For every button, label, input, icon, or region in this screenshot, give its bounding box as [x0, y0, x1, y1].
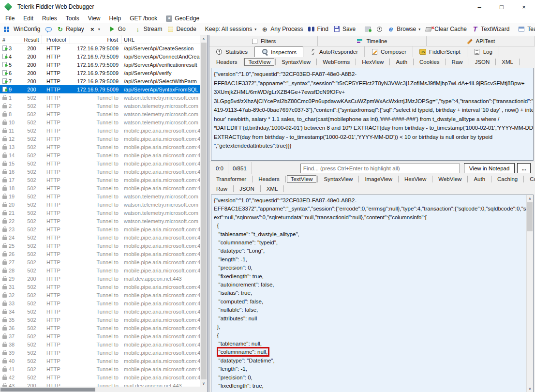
session-row[interactable]: 37502HTTPTunnel tomobile.pipe.aria.micro…: [0, 332, 200, 340]
more-options-button[interactable]: ...: [517, 163, 531, 173]
response-tab-caching[interactable]: Caching: [492, 175, 522, 183]
session-row[interactable]: 14502HTTPTunnel tomobile.pipe.aria.micro…: [0, 151, 200, 159]
response-tab-cookies[interactable]: Cookies: [525, 175, 535, 183]
tab-fiddlerscript[interactable]: FiddlerScript: [413, 46, 467, 57]
any-process-button[interactable]: ⊕Any Process: [259, 25, 305, 33]
response-vertical-scrollbar[interactable]: ∧ ∨: [526, 195, 533, 392]
menu-item-view[interactable]: View: [84, 14, 105, 23]
request-tab-auth[interactable]: Auth: [391, 58, 412, 66]
session-row[interactable]: 15502HTTPTunnel tomobile.pipe.aria.micro…: [0, 159, 200, 167]
session-row[interactable]: 22502HTTPTunnel towatson.telemetry.micro…: [0, 217, 200, 225]
response-body-text[interactable]: {"version":"1.0","requestid":"32CF03ED-F…: [211, 195, 533, 392]
textwizard-button[interactable]: TTextWizard: [469, 25, 512, 33]
response-tab-headers[interactable]: Headers: [253, 175, 284, 183]
tearoff-button[interactable]: Tearoff: [516, 25, 535, 33]
session-row[interactable]: 26502HTTPTunnel tomobile.pipe.aria.micro…: [0, 250, 200, 258]
session-row[interactable]: 18502HTTPTunnel tomobile.pipe.aria.micro…: [0, 184, 200, 192]
session-row[interactable]: 33502HTTPTunnel tomobile.pipe.aria.micro…: [0, 299, 200, 307]
maximize-button[interactable]: □: [490, 0, 513, 14]
menu-item-tools[interactable]: Tools: [61, 14, 84, 23]
session-row[interactable]: 5200HTTP172.16.9.79:5009/api/ServerApi/v…: [0, 60, 200, 69]
session-row[interactable]: 20502HTTPTunnel towatson.telemetry.micro…: [0, 200, 200, 209]
session-row[interactable]: 17502HTTPTunnel tomobile.pipe.aria.micro…: [0, 176, 200, 184]
tab-inspectors[interactable]: Inspectors: [254, 46, 303, 57]
session-row[interactable]: 28502HTTPTunnel tomobile.pipe.aria.micro…: [0, 266, 200, 274]
session-row[interactable]: 29200HTTPTunnel tomail.dev.appeon.net:44…: [0, 274, 200, 283]
session-row[interactable]: 13502HTTPTunnel tomobile.pipe.aria.micro…: [0, 143, 200, 151]
tab-composer[interactable]: Composer: [365, 46, 413, 57]
column-header-number[interactable]: #: [0, 35, 21, 44]
session-row[interactable]: 38502HTTPTunnel tomobile.pipe.aria.micro…: [0, 340, 200, 348]
session-row[interactable]: 10502HTTPTunnel towatson.telemetry.micro…: [0, 118, 200, 126]
decode-button[interactable]: Decode: [164, 25, 198, 33]
session-row[interactable]: 12502HTTPTunnel tomobile.pipe.aria.micro…: [0, 135, 200, 143]
column-header-result[interactable]: Result: [21, 35, 42, 44]
session-row[interactable]: 4200HTTP172.16.9.79:5009/api/ServerApi/C…: [0, 52, 200, 60]
replay-button[interactable]: ↻Replay: [54, 25, 86, 33]
session-row[interactable]: 27502HTTPTunnel tomobile.pipe.aria.micro…: [0, 258, 200, 266]
menu-item-file[interactable]: File: [1, 14, 19, 23]
keep-sessions-dropdown[interactable]: Keep: All sessions▾: [203, 25, 259, 33]
find-input[interactable]: [300, 164, 460, 173]
scroll-down-icon[interactable]: ∨: [200, 380, 207, 387]
session-row[interactable]: 24502HTTPTunnel tomobile.pipe.aria.micro…: [0, 233, 200, 241]
request-tab-syntaxview[interactable]: SyntaxView: [277, 58, 315, 66]
menu-item-rules[interactable]: Rules: [38, 14, 61, 23]
timer-button[interactable]: [373, 25, 385, 33]
minimize-button[interactable]: –: [468, 0, 490, 14]
tab-log[interactable]: Log: [467, 46, 499, 57]
session-row[interactable]: 9200HTTP172.16.9.79:5009/api/ServerApi/S…: [0, 85, 200, 93]
session-row[interactable]: 41502HTTPTunnel tomobile.pipe.aria.micro…: [0, 365, 200, 373]
dropdown-caret-icon[interactable]: ▾: [98, 27, 100, 31]
scrollbar-thumb[interactable]: [201, 43, 207, 379]
request-tab-headers[interactable]: Headers: [211, 58, 242, 66]
session-list-horizontal-scrollbar[interactable]: [0, 387, 200, 392]
session-row[interactable]: 19502HTTPTunnel towatson.telemetry.micro…: [0, 192, 200, 200]
scroll-down-icon[interactable]: ∨: [527, 385, 533, 392]
menu-item-edit[interactable]: Edit: [19, 14, 38, 23]
response-tab-transformer[interactable]: Transformer: [211, 175, 251, 183]
session-row[interactable]: 35502HTTPTunnel tomobile.pipe.aria.micro…: [0, 316, 200, 324]
menu-item-help[interactable]: Help: [105, 14, 126, 23]
session-row[interactable]: 40502HTTPTunnel tomobile.pipe.aria.micro…: [0, 357, 200, 365]
scrollbar-thumb[interactable]: [527, 202, 533, 231]
scroll-up-icon[interactable]: ∧: [527, 195, 533, 202]
session-row[interactable]: 1502HTTPTunnel towatson.telemetry.micros…: [0, 93, 200, 102]
dropdown-caret-icon[interactable]: ▾: [254, 27, 256, 31]
session-row[interactable]: 6200HTTP172.16.9.79:5009/api/ServerApi/v…: [0, 69, 200, 77]
request-tab-xml[interactable]: XML: [497, 58, 518, 66]
response-tab-xml[interactable]: XML: [262, 185, 283, 193]
response-tab-textview[interactable]: TextView: [287, 175, 317, 183]
menu-item-geoedge[interactable]: GeoEdge: [162, 14, 204, 23]
session-row[interactable]: 32502HTTPTunnel tomobile.pipe.aria.micro…: [0, 291, 200, 299]
comment-button[interactable]: [43, 25, 54, 33]
request-tab-hexview[interactable]: HexView: [357, 58, 388, 66]
session-row[interactable]: 8502HTTPTunnel towatson.telemetry.micros…: [0, 110, 200, 118]
request-tab-json[interactable]: JSON: [470, 58, 495, 66]
column-header-host[interactable]: Host: [70, 35, 121, 44]
response-tab-json[interactable]: JSON: [235, 185, 259, 193]
tab-autoresponder[interactable]: AutoResponder: [303, 46, 365, 57]
close-button[interactable]: ×: [513, 0, 535, 14]
tab-timeline[interactable]: Timeline: [318, 36, 426, 46]
session-row[interactable]: 43200HTTPTunnel tomail.dev.appeon.net:44…: [0, 381, 200, 387]
find-button[interactable]: Find: [306, 25, 331, 33]
session-row[interactable]: 2502HTTPTunnel towatson.telemetry.micros…: [0, 102, 200, 110]
clear-cache-button[interactable]: Clear Cache: [423, 25, 469, 33]
session-row[interactable]: 36502HTTPTunnel tomobile.pipe.aria.micro…: [0, 324, 200, 332]
session-row[interactable]: 11502HTTPTunnel tomobile.pipe.aria.micro…: [0, 126, 200, 135]
response-tab-syntaxview[interactable]: SyntaxView: [319, 175, 357, 183]
session-row[interactable]: 25502HTTPTunnel tomobile.pipe.aria.micro…: [0, 241, 200, 250]
request-tab-textview[interactable]: TextView: [244, 58, 274, 66]
scroll-up-icon[interactable]: ∧: [200, 35, 207, 42]
request-tab-webforms[interactable]: WebForms: [318, 58, 355, 66]
column-header-protocol[interactable]: Protocol: [42, 35, 70, 44]
browse-button[interactable]: eBrowse▾: [385, 25, 423, 33]
response-tab-hexview[interactable]: HexView: [400, 175, 431, 183]
response-tab-webview[interactable]: WebView: [433, 175, 466, 183]
session-row[interactable]: 3200HTTP172.16.9.79:5009/api/ServerApi/C…: [0, 44, 200, 52]
session-row[interactable]: 21502HTTPTunnel towatson.telemetry.micro…: [0, 209, 200, 217]
response-tab-auth[interactable]: Auth: [469, 175, 490, 183]
session-row[interactable]: 7200HTTP172.16.9.79:5009/api/ServerApi/S…: [0, 77, 200, 85]
screenshot-button[interactable]: [362, 25, 373, 33]
